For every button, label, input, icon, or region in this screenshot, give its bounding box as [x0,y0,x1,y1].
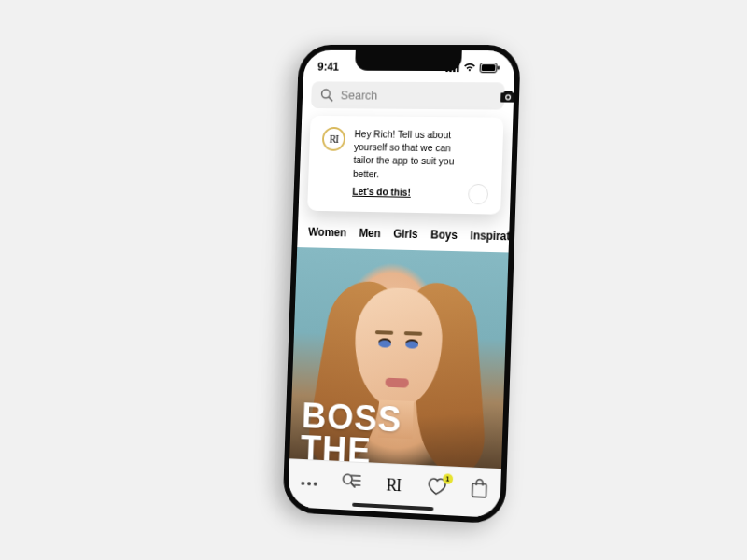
svg-point-10 [506,96,509,99]
hero-headline: BOSS THE [300,399,402,469]
svg-rect-4 [480,63,497,72]
onboarding-cta-link[interactable]: Let's do this! [352,185,411,197]
svg-rect-19 [472,483,486,497]
svg-point-13 [314,482,317,485]
svg-line-15 [351,483,355,486]
app-screen: 9:41 [288,50,514,518]
tab-women[interactable]: Women [308,225,347,239]
bottom-tab-bar: RI 1 [288,458,501,518]
tab-boys[interactable]: Boys [430,228,458,242]
phone-frame: 9:41 [282,45,521,525]
search-icon [320,88,334,102]
home-indicator [352,503,433,511]
battery-icon [480,63,500,73]
camera-icon[interactable] [500,89,516,103]
tab-girls[interactable]: Girls [393,227,418,241]
wifi-icon [463,63,476,72]
svg-point-12 [307,482,311,485]
svg-point-11 [302,481,305,484]
tab-inspiration[interactable]: Inspiration [470,229,509,243]
tab-home[interactable]: RI [380,472,406,500]
hero-banner[interactable]: BOSS THE [289,247,508,469]
device-notch [355,50,462,71]
brand-logo-icon: RI [329,132,338,146]
brand-logo-icon: RI [386,475,401,496]
svg-rect-6 [498,65,500,69]
status-bar: 9:41 [303,50,515,79]
status-time: 9:41 [317,61,339,74]
svg-rect-0 [445,69,448,72]
tab-wishlist[interactable]: 1 [423,474,449,502]
svg-point-9 [505,94,511,100]
bag-icon [470,477,489,502]
wishlist-badge: 1 [443,473,453,484]
onboarding-card: RI Hey Rich! Tell us about yourself so t… [307,116,503,215]
more-icon [301,472,319,490]
search-bar[interactable] [311,81,505,109]
svg-rect-2 [453,65,456,72]
onboarding-message: Hey Rich! Tell us about yourself so that… [353,127,471,181]
svg-line-8 [329,97,332,101]
close-icon[interactable] [468,183,488,204]
hero-model-illustration [336,287,459,469]
brand-avatar: RI [322,127,346,151]
tab-more[interactable] [297,468,323,495]
svg-rect-5 [482,64,496,71]
tab-bag[interactable] [466,476,493,504]
svg-rect-3 [457,63,459,72]
heart-icon [426,476,446,499]
svg-rect-1 [449,67,452,72]
cellular-signal-icon [445,63,459,72]
tab-men[interactable]: Men [359,226,381,239]
search-input[interactable] [341,88,493,103]
search-list-icon [341,471,361,495]
tab-search[interactable] [338,469,364,497]
status-indicators [445,63,500,73]
svg-point-14 [344,474,353,483]
